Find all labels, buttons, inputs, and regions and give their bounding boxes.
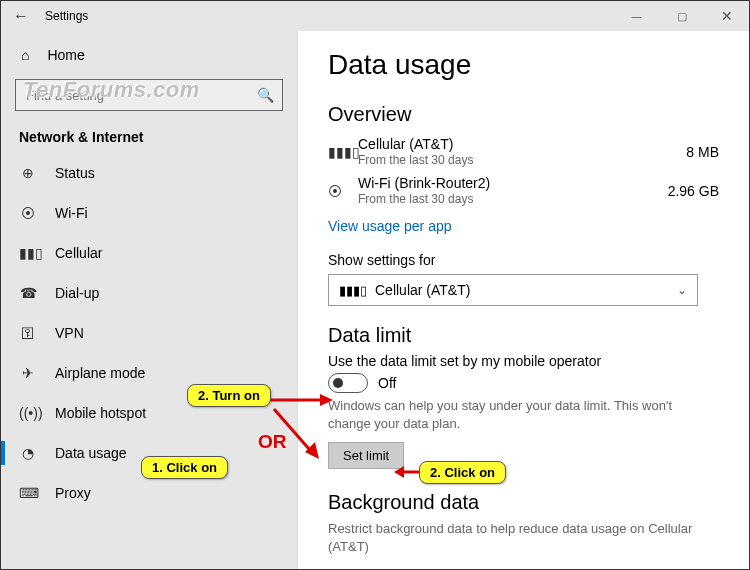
annotation-step2a: 2. Turn on	[187, 384, 271, 407]
hotspot-icon: ((•))	[19, 405, 37, 421]
use-operator-label: Use the data limit set by my mobile oper…	[328, 353, 719, 369]
wifi-icon: ⦿	[19, 205, 37, 221]
view-usage-link[interactable]: View usage per app	[328, 218, 452, 234]
airplane-icon: ✈	[19, 365, 37, 381]
sidebar-item-label: Dial-up	[55, 285, 99, 301]
window-title: Settings	[45, 9, 88, 23]
wifi-icon: ⦿	[328, 183, 358, 199]
sidebar-group-header: Network & Internet	[1, 121, 297, 153]
sidebar-item-wifi[interactable]: ⦿ Wi-Fi	[1, 193, 297, 233]
home-icon: ⌂	[21, 47, 29, 63]
usage-name: Wi-Fi (Brink-Router2)	[358, 175, 668, 191]
usage-value: 8 MB	[686, 144, 719, 160]
usage-row-cellular: ▮▮▮▯ Cellular (AT&T) From the last 30 da…	[328, 136, 719, 167]
title-bar: ← Settings ▢ ✕	[1, 1, 749, 31]
sidebar-item-label: Wi-Fi	[55, 205, 88, 221]
sidebar-item-label: Data usage	[55, 445, 127, 461]
sidebar-item-label: VPN	[55, 325, 84, 341]
sidebar-item-cellular[interactable]: ▮▮▯ Cellular	[1, 233, 297, 273]
back-button[interactable]: ←	[1, 7, 41, 25]
data-limit-help: Windows can help you stay under your dat…	[328, 397, 698, 432]
minimize-button[interactable]	[614, 1, 659, 31]
sidebar-item-label: Proxy	[55, 485, 91, 501]
dropdown-selected: Cellular (AT&T)	[375, 282, 677, 298]
sidebar-item-dialup[interactable]: ☎ Dial-up	[1, 273, 297, 313]
set-limit-button[interactable]: Set limit	[328, 442, 404, 469]
annotation-step2b: 2. Click on	[419, 461, 506, 484]
data-usage-icon: ◔	[19, 445, 37, 461]
cellular-bars-icon: ▮▮▮▯	[328, 144, 358, 160]
annotation-step1: 1. Click on	[141, 456, 228, 479]
sidebar-item-proxy[interactable]: ⌨ Proxy	[1, 473, 297, 513]
usage-subtext: From the last 30 days	[358, 192, 668, 206]
sidebar-home-label: Home	[47, 47, 84, 63]
page-title: Data usage	[328, 49, 719, 81]
window-controls: ▢ ✕	[614, 1, 749, 31]
toggle-state-label: Off	[378, 375, 396, 391]
show-settings-dropdown[interactable]: ▮▮▮▯ Cellular (AT&T) ⌄	[328, 274, 698, 306]
annotation-or: OR	[258, 431, 287, 453]
vpn-icon: ⚿	[19, 325, 37, 341]
sidebar-item-label: Cellular	[55, 245, 102, 261]
sidebar-item-vpn[interactable]: ⚿ VPN	[1, 313, 297, 353]
background-data-text: Restrict background data to help reduce …	[328, 520, 728, 555]
background-data-heading: Background data	[328, 491, 719, 514]
status-icon: ⊕	[19, 165, 37, 181]
sidebar-home[interactable]: ⌂ Home	[1, 37, 297, 73]
cellular-bars-icon: ▮▮▮▯	[339, 283, 367, 298]
data-limit-heading: Data limit	[328, 324, 719, 347]
usage-subtext: From the last 30 days	[358, 153, 686, 167]
maximize-button[interactable]: ▢	[659, 1, 704, 31]
usage-row-wifi: ⦿ Wi-Fi (Brink-Router2) From the last 30…	[328, 175, 719, 206]
search-icon: 🔍	[257, 87, 274, 103]
proxy-icon: ⌨	[19, 485, 37, 501]
content-pane: Data usage Overview ▮▮▮▯ Cellular (AT&T)…	[298, 31, 749, 569]
sidebar-item-label: Mobile hotspot	[55, 405, 146, 421]
sidebar-item-status[interactable]: ⊕ Status	[1, 153, 297, 193]
cellular-icon: ▮▮▯	[19, 245, 37, 261]
sidebar-item-label: Airplane mode	[55, 365, 145, 381]
dialup-icon: ☎	[19, 285, 37, 301]
search-input[interactable]	[24, 87, 257, 104]
search-box[interactable]: 🔍	[15, 79, 283, 111]
usage-value: 2.96 GB	[668, 183, 719, 199]
chevron-down-icon: ⌄	[677, 283, 687, 297]
overview-heading: Overview	[328, 103, 719, 126]
use-operator-toggle[interactable]	[328, 373, 368, 393]
usage-name: Cellular (AT&T)	[358, 136, 686, 152]
close-button[interactable]: ✕	[704, 1, 749, 31]
sidebar: ⌂ Home 🔍 Network & Internet ⊕ Status ⦿ W…	[1, 31, 298, 569]
sidebar-item-label: Status	[55, 165, 95, 181]
show-settings-label: Show settings for	[328, 252, 719, 268]
